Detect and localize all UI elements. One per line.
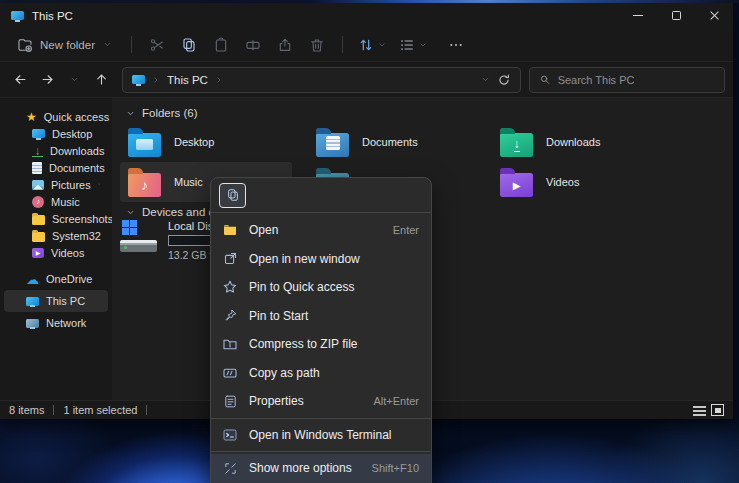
rename-button[interactable] — [237, 32, 269, 58]
menu-item-properties[interactable]: Properties Alt+Enter — [211, 387, 431, 416]
window-title: This PC — [32, 10, 73, 22]
minimize-icon — [633, 15, 643, 16]
path-icon — [222, 365, 238, 381]
address-bar[interactable]: This PC — [122, 67, 521, 93]
terminal-icon — [222, 427, 238, 443]
folder-tile-videos[interactable]: Videos — [492, 162, 670, 202]
up-button[interactable] — [89, 67, 114, 92]
menu-item-open-windows-terminal[interactable]: Open in Windows Terminal — [211, 421, 431, 450]
command-bar: New folder — [0, 28, 733, 62]
sidebar-item-quick-access[interactable]: Quick access — [4, 108, 108, 125]
sidebar-item-pictures[interactable]: Pictures — [4, 176, 108, 193]
sort-button[interactable] — [352, 37, 393, 53]
video-icon — [32, 248, 44, 258]
selected-count: 1 item selected — [63, 404, 137, 416]
folder-icon — [222, 222, 238, 238]
cloud-icon — [26, 273, 39, 286]
copy-icon — [226, 188, 240, 202]
sidebar-item-network[interactable]: Network — [4, 312, 108, 334]
new-folder-label: New folder — [40, 39, 95, 51]
view-button[interactable] — [393, 37, 434, 53]
windows-logo-icon — [122, 220, 137, 235]
sidebar-item-onedrive[interactable]: OneDrive — [4, 268, 108, 290]
menu-item-pin-to-start[interactable]: Pin to Start — [211, 302, 431, 331]
new-folder-icon — [17, 37, 33, 53]
menu-divider — [211, 418, 431, 419]
back-button[interactable] — [8, 67, 33, 92]
search-input[interactable] — [558, 74, 715, 86]
view-list-icon — [399, 37, 415, 53]
more-options-button[interactable] — [440, 32, 472, 58]
menu-item-copy-as-path[interactable]: Copy as path — [211, 359, 431, 388]
back-icon — [13, 72, 28, 87]
sidebar-item-system32[interactable]: System32 — [4, 227, 108, 244]
sidebar-item-desktop[interactable]: Desktop — [4, 125, 108, 142]
music-folder-icon — [128, 173, 161, 197]
pin-icon — [99, 129, 100, 138]
cut-button[interactable] — [141, 32, 173, 58]
paste-icon — [213, 37, 229, 53]
document-icon — [32, 162, 42, 174]
forward-icon — [40, 72, 55, 87]
sort-icon — [358, 37, 374, 53]
breadcrumb[interactable]: This PC — [167, 74, 208, 86]
download-arrow-icon — [32, 145, 43, 157]
expand-icon — [222, 461, 238, 476]
pin-icon — [98, 180, 100, 189]
quick-copy-button[interactable] — [219, 183, 246, 208]
minimize-button[interactable] — [619, 3, 657, 28]
recent-locations-button[interactable] — [62, 67, 87, 92]
folder-tile-documents[interactable]: Documents — [308, 122, 486, 162]
folder-tile-downloads[interactable]: Downloads — [492, 122, 670, 162]
sidebar-item-documents[interactable]: Documents — [4, 159, 108, 176]
navigation-pane: Quick access Desktop Downloads Documents — [0, 98, 112, 400]
folders-section-header[interactable]: Folders (6) — [125, 107, 198, 119]
menu-item-open-new-window[interactable]: Open in new window — [211, 245, 431, 274]
address-dropdown-icon[interactable] — [480, 74, 491, 85]
toolbar-divider — [342, 36, 343, 53]
forward-button[interactable] — [35, 67, 60, 92]
search-icon — [539, 73, 551, 86]
search-box[interactable] — [529, 67, 725, 93]
items-count: 8 items — [9, 404, 44, 416]
sidebar-item-videos[interactable]: Videos — [4, 244, 108, 261]
chevron-down-icon — [102, 39, 113, 50]
menu-item-compress-zip[interactable]: Compress to ZIP file — [211, 330, 431, 359]
folder-tile-desktop[interactable]: Desktop — [120, 122, 298, 162]
sidebar-item-downloads[interactable]: Downloads — [4, 142, 108, 159]
sidebar-item-music[interactable]: Music — [4, 193, 108, 210]
context-menu-quick-actions — [211, 178, 431, 213]
maximize-button[interactable] — [657, 3, 695, 28]
folder-icon — [32, 232, 45, 242]
open-new-window-icon — [222, 251, 238, 266]
share-button[interactable] — [269, 32, 301, 58]
pin-icon — [222, 308, 238, 323]
details-view-button[interactable] — [693, 405, 706, 416]
music-icon — [32, 196, 44, 208]
copy-button[interactable] — [173, 32, 205, 58]
close-button[interactable] — [695, 3, 733, 28]
sidebar-item-screenshots[interactable]: Screenshots — [4, 210, 108, 227]
status-divider — [53, 405, 54, 415]
close-icon — [709, 10, 720, 21]
sidebar-item-this-pc[interactable]: This PC — [4, 290, 108, 312]
menu-item-show-more-options[interactable]: Show more options Shift+F10 — [211, 454, 431, 483]
delete-button[interactable] — [301, 32, 333, 58]
new-folder-button[interactable]: New folder — [8, 33, 122, 57]
chevron-right-icon — [214, 75, 224, 85]
window-controls — [619, 3, 733, 28]
toolbar-divider — [131, 36, 132, 53]
menu-shortcut: Enter — [393, 224, 419, 236]
chevron-down-icon — [69, 74, 80, 85]
paste-button[interactable] — [205, 32, 237, 58]
title-bar[interactable]: This PC — [0, 3, 733, 28]
menu-divider — [211, 451, 431, 452]
menu-item-pin-quick-access[interactable]: Pin to Quick access — [211, 273, 431, 302]
address-row: This PC — [0, 62, 733, 98]
desktop-screen: This PC New folder — [0, 0, 739, 483]
large-icons-view-button[interactable] — [711, 404, 724, 416]
properties-icon — [222, 394, 238, 409]
refresh-icon[interactable] — [497, 73, 511, 87]
menu-item-open[interactable]: Open Enter — [211, 216, 431, 245]
desktop-folder-icon — [128, 133, 161, 157]
